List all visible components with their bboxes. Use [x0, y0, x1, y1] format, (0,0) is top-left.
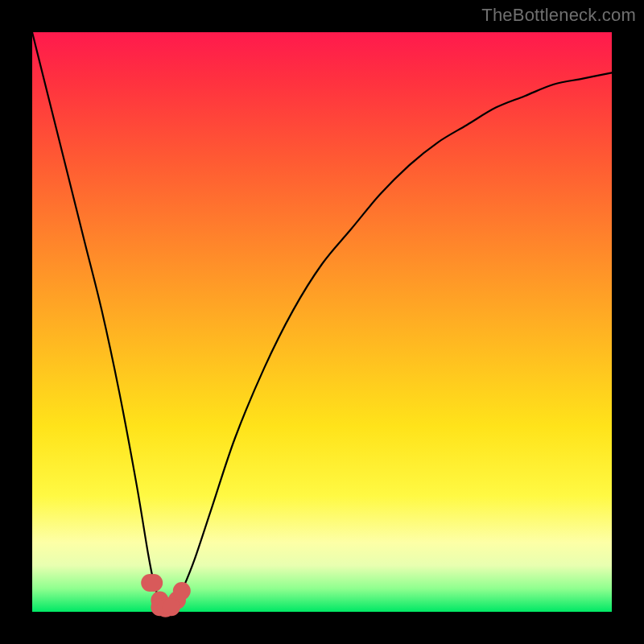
bottleneck-curve-path [32, 32, 612, 607]
watermark-text: TheBottleneck.com [481, 5, 636, 26]
plot-area [32, 32, 612, 612]
curve-svg [32, 32, 612, 612]
optimum-dot [163, 598, 180, 616]
optimum-dot [145, 574, 163, 592]
optimum-dot [173, 582, 191, 600]
optimum-marker [141, 574, 191, 617]
chart-frame: TheBottleneck.com [0, 0, 644, 644]
